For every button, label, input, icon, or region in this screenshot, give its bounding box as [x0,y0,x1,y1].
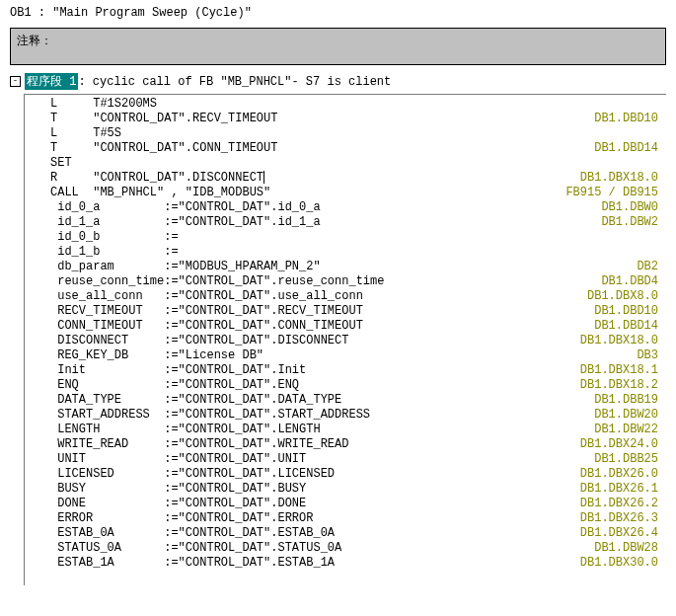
code-instruction: SET [25,156,93,171]
comment-label: 注释： [17,35,52,48]
code-instruction: ENQ :="CONTROL_DAT".ENQ [25,378,299,393]
comment-box[interactable]: 注释： [10,28,666,65]
code-line[interactable]: CONN_TIMEOUT :="CONTROL_DAT".CONN_TIMEOU… [25,319,666,334]
code-instruction: R "CONTROL_DAT".DISCONNECT [25,171,264,186]
code-instruction: CALL "MB_PNHCL" , "IDB_MODBUS" [25,186,270,200]
code-line[interactable]: T "CONTROL_DAT".RECV_TIMEOUTDB1.DBD10 [25,112,666,126]
code-area[interactable]: L T#1S200MST "CONTROL_DAT".RECV_TIMEOUTD… [25,95,666,573]
code-address: DB1.DBB19 [594,393,666,408]
code-address: DB1.DBX18.1 [580,363,666,378]
code-line[interactable]: db_param :="MODBUS_HPARAM_PN_2"DB2 [25,260,666,274]
code-line[interactable]: R "CONTROL_DAT".DISCONNECTDB1.DBX18.0 [25,171,666,186]
code-instruction: DISCONNECT :="CONTROL_DAT".DISCONNECT [25,334,348,348]
code-line[interactable]: id_1_a :="CONTROL_DAT".id_1_aDB1.DBW2 [25,215,666,230]
code-address: DB1.DBW2 [601,215,666,230]
code-instruction: ESTAB_0A :="CONTROL_DAT".ESTAB_0A [25,526,335,541]
network-header: - 程序段 1 : cyclic call of FB "MB_PNHCL"- … [10,73,666,90]
code-instruction: T "CONTROL_DAT".CONN_TIMEOUT [25,141,277,156]
code-address: DB1.DBX18.2 [580,378,666,393]
code-line[interactable]: LENGTH :="CONTROL_DAT".LENGTHDB1.DBW22 [25,423,666,437]
code-line[interactable]: STATUS_0A :="CONTROL_DAT".STATUS_0ADB1.D… [25,541,666,556]
code-line[interactable]: ESTAB_0A :="CONTROL_DAT".ESTAB_0ADB1.DBX… [25,526,666,541]
code-instruction: DATA_TYPE :="CONTROL_DAT".DATA_TYPE [25,393,341,408]
code-line[interactable]: reuse_conn_time:="CONTROL_DAT".reuse_con… [25,274,666,289]
editor-container: OB1 : "Main Program Sweep (Cycle)" 注释： -… [0,0,676,616]
code-line[interactable]: UNIT :="CONTROL_DAT".UNITDB1.DBB25 [25,452,666,467]
code-instruction: LENGTH :="CONTROL_DAT".LENGTH [25,423,321,437]
code-address: DB1.DBX18.0 [580,171,666,186]
code-address: DB1.DBX26.0 [580,467,666,482]
code-address: FB915 / DB915 [565,186,666,200]
code-address: DB1.DBX26.1 [580,482,666,497]
code-instruction: RECV_TIMEOUT :="CONTROL_DAT".RECV_TIMEOU… [25,304,363,319]
code-instruction: db_param :="MODBUS_HPARAM_PN_2" [25,260,321,274]
code-instruction: REG_KEY_DB :="License DB" [25,348,263,363]
code-instruction: DONE :="CONTROL_DAT".DONE [25,497,306,511]
code-address: DB1.DBD14 [594,141,666,156]
code-line[interactable]: WRITE_READ :="CONTROL_DAT".WRITE_READDB1… [25,437,666,452]
code-address: DB1.DBX30.0 [580,556,666,571]
code-instruction: L T#1S200MS [25,97,157,112]
code-address: DB1.DBD10 [594,304,666,319]
code-address: DB1.DBW20 [594,408,666,423]
code-line[interactable]: RECV_TIMEOUT :="CONTROL_DAT".RECV_TIMEOU… [25,304,666,319]
code-instruction: id_0_b := [25,230,179,245]
code-line[interactable]: BUSY :="CONTROL_DAT".BUSYDB1.DBX26.1 [25,482,666,497]
network-toggle[interactable]: - [10,76,21,87]
code-line[interactable]: LICENSED :="CONTROL_DAT".LICENSEDDB1.DBX… [25,467,666,482]
code-line[interactable]: START_ADDRESS :="CONTROL_DAT".START_ADDR… [25,408,666,423]
code-instruction: UNIT :="CONTROL_DAT".UNIT [25,452,306,467]
code-instruction: use_all_conn :="CONTROL_DAT".use_all_con… [25,289,363,304]
code-address: DB1.DBB25 [594,452,666,467]
code-line[interactable]: DONE :="CONTROL_DAT".DONEDB1.DBX26.2 [25,497,666,511]
code-address: DB1.DBX24.0 [580,437,666,452]
code-line[interactable]: CALL "MB_PNHCL" , "IDB_MODBUS"FB915 / DB… [25,186,666,200]
code-instruction: id_0_a :="CONTROL_DAT".id_0_a [25,200,321,215]
code-instruction: CONN_TIMEOUT :="CONTROL_DAT".CONN_TIMEOU… [25,319,363,334]
code-instruction: Init :="CONTROL_DAT".Init [25,363,306,378]
code-address: DB1.DBD14 [594,319,666,334]
code-line[interactable]: id_0_a :="CONTROL_DAT".id_0_aDB1.DBW0 [25,200,666,215]
code-line[interactable]: DATA_TYPE :="CONTROL_DAT".DATA_TYPEDB1.D… [25,393,666,408]
code-address: DB1.DBD10 [594,112,666,126]
code-line[interactable]: ERROR :="CONTROL_DAT".ERRORDB1.DBX26.3 [25,511,666,526]
code-line[interactable]: ENQ :="CONTROL_DAT".ENQDB1.DBX18.2 [25,378,666,393]
code-address: DB1.DBW22 [594,423,666,437]
code-instruction: LICENSED :="CONTROL_DAT".LICENSED [25,467,335,482]
ob-title: OB1 : "Main Program Sweep (Cycle)" [10,6,666,20]
code-line[interactable]: ESTAB_1A :="CONTROL_DAT".ESTAB_1ADB1.DBX… [25,556,666,571]
code-instruction: STATUS_0A :="CONTROL_DAT".STATUS_0A [25,541,341,556]
code-line[interactable]: T "CONTROL_DAT".CONN_TIMEOUTDB1.DBD14 [25,141,666,156]
code-instruction: L T#5S [25,126,121,141]
code-line[interactable]: L T#1S200MS [25,97,666,112]
code-instruction: id_1_a :="CONTROL_DAT".id_1_a [25,215,321,230]
code-area-wrapper: L T#1S200MST "CONTROL_DAT".RECV_TIMEOUTD… [24,94,666,585]
code-instruction: ERROR :="CONTROL_DAT".ERROR [25,511,313,526]
code-line[interactable]: REG_KEY_DB :="License DB"DB3 [25,348,666,363]
code-instruction: ESTAB_1A :="CONTROL_DAT".ESTAB_1A [25,556,335,571]
code-line[interactable]: DISCONNECT :="CONTROL_DAT".DISCONNECTDB1… [25,334,666,348]
code-address: DB3 [637,348,666,363]
code-line[interactable]: Init :="CONTROL_DAT".InitDB1.DBX18.1 [25,363,666,378]
code-line[interactable]: id_1_b := [25,245,666,260]
code-line[interactable]: L T#5S [25,126,666,141]
code-address: DB1.DBW28 [594,541,666,556]
code-instruction: reuse_conn_time:="CONTROL_DAT".reuse_con… [25,274,384,289]
code-instruction: T "CONTROL_DAT".RECV_TIMEOUT [25,112,277,126]
code-address: DB1.DBW0 [601,200,666,215]
network-description: : cyclic call of FB "MB_PNHCL"- S7 is cl… [78,75,391,89]
code-address: DB1.DBX8.0 [587,289,666,304]
code-instruction: id_1_b := [25,245,179,260]
code-address: DB1.DBX26.3 [580,511,666,526]
code-address: DB1.DBX26.2 [580,497,666,511]
code-line[interactable]: SET [25,156,666,171]
code-address: DB1.DBX26.4 [580,526,666,541]
code-line[interactable]: use_all_conn :="CONTROL_DAT".use_all_con… [25,289,666,304]
code-address: DB1.DBX18.0 [580,334,666,348]
network-label[interactable]: 程序段 1 [25,73,78,90]
text-cursor [263,171,264,184]
code-address: DB2 [637,260,666,274]
code-address: DB1.DBD4 [601,274,666,289]
code-instruction: WRITE_READ :="CONTROL_DAT".WRITE_READ [25,437,348,452]
code-line[interactable]: id_0_b := [25,230,666,245]
